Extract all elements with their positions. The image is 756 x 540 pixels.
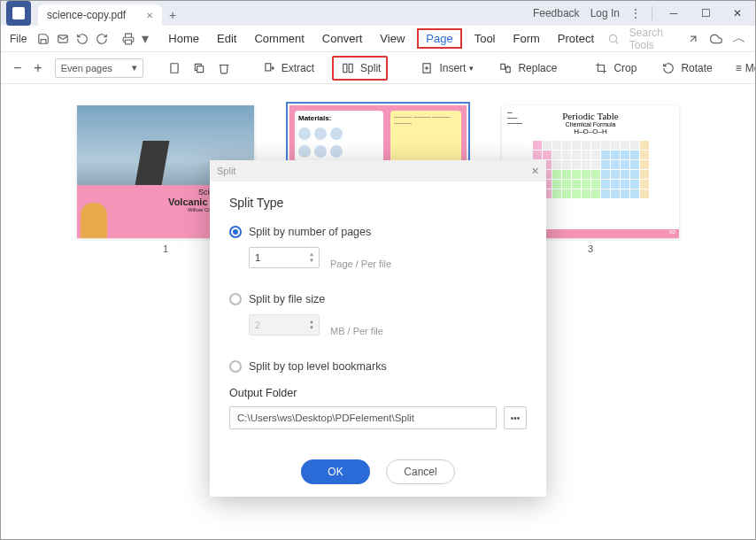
document-tab[interactable]: science-copy.pdf ✕ xyxy=(38,4,162,26)
pages-unit: Page / Per file xyxy=(330,258,391,269)
titlebar: science-copy.pdf ✕ + Feedback Log In ⋮ ─… xyxy=(1,1,755,26)
svg-point-2 xyxy=(609,35,616,42)
ok-button[interactable]: OK xyxy=(301,459,370,484)
menu-convert[interactable]: Convert xyxy=(317,30,368,47)
pages-count-value: 1 xyxy=(255,252,260,263)
tab-title: science-copy.pdf xyxy=(47,9,126,21)
radio-by-pages[interactable] xyxy=(229,226,242,238)
output-path-value: C:\Users\ws\Desktop\PDFelement\Split xyxy=(237,413,414,423)
toolbar: − + Even pages ▾ Extract Split Insert ▾ … xyxy=(1,52,755,84)
menu-comment[interactable]: Comment xyxy=(249,30,309,47)
size-unit: MB / Per file xyxy=(330,326,383,336)
radio-by-bookmarks[interactable] xyxy=(229,360,242,373)
replace-icon xyxy=(497,59,514,77)
split-icon xyxy=(339,59,357,77)
menu-tool[interactable]: Tool xyxy=(469,30,501,47)
split-type-heading: Split Type xyxy=(229,196,527,210)
svg-rect-1 xyxy=(126,40,132,44)
split-dialog: Split ✕ Split Type Split by number of pa… xyxy=(210,160,546,497)
print-dropdown-icon[interactable]: ▾ xyxy=(142,30,149,48)
svg-rect-7 xyxy=(343,64,347,72)
collapse-ribbon-icon[interactable]: ︿ xyxy=(732,30,746,48)
insert-button[interactable]: Insert ▾ xyxy=(413,56,479,81)
maximize-button[interactable]: ☐ xyxy=(695,4,716,23)
pages-count-input[interactable]: 1 ▲▼ xyxy=(249,247,320,268)
dialog-close-icon[interactable]: ✕ xyxy=(531,166,539,177)
browse-folder-button[interactable]: ••• xyxy=(504,406,527,429)
search-placeholder[interactable]: Search Tools xyxy=(629,27,678,51)
menu-page[interactable]: Page xyxy=(417,28,461,49)
more-icon: ≡ xyxy=(736,62,742,74)
svg-rect-12 xyxy=(501,64,505,69)
more-button[interactable]: ≡ More › xyxy=(730,58,756,78)
menu-protect[interactable]: Protect xyxy=(552,30,599,47)
crop-button[interactable]: Crop xyxy=(587,56,642,81)
search-icon[interactable] xyxy=(606,30,621,48)
copy-page-icon[interactable] xyxy=(193,59,205,77)
rotate-icon xyxy=(660,59,677,77)
page-filter-dropdown[interactable]: Even pages ▾ xyxy=(55,58,143,78)
radio-by-pages-label: Split by number of pages xyxy=(249,226,371,238)
file-menu[interactable]: File xyxy=(10,33,27,45)
zoom-out-icon[interactable]: − xyxy=(13,59,21,77)
dialog-title: Split xyxy=(217,166,235,176)
save-icon[interactable] xyxy=(37,30,50,48)
menu-form[interactable]: Form xyxy=(508,30,545,47)
app-logo xyxy=(6,1,31,26)
extract-label: Extract xyxy=(282,62,314,74)
radio-by-bookmarks-label: Split by top level bookmarks xyxy=(249,360,387,373)
share-icon[interactable] xyxy=(686,30,700,48)
divider xyxy=(652,6,652,20)
size-input: 2 ▲▼ xyxy=(249,314,320,336)
svg-rect-8 xyxy=(349,64,352,72)
login-link[interactable]: Log In xyxy=(590,7,620,19)
new-tab-button[interactable]: + xyxy=(162,8,183,22)
close-tab-icon[interactable]: ✕ xyxy=(146,11,153,20)
cloud-icon[interactable] xyxy=(709,30,723,48)
cancel-button[interactable]: Cancel xyxy=(386,459,455,484)
replace-button[interactable]: Replace xyxy=(491,56,562,81)
insert-label: Insert xyxy=(439,62,466,74)
menu-edit[interactable]: Edit xyxy=(212,30,242,47)
dialog-header[interactable]: Split ✕ xyxy=(210,160,546,181)
thumb3-sub: Chemical Formula xyxy=(507,121,674,127)
size-value: 2 xyxy=(255,320,260,330)
stepper-icon: ▲▼ xyxy=(306,317,317,333)
delete-page-icon[interactable] xyxy=(218,59,230,77)
svg-line-3 xyxy=(615,41,618,43)
crop-label: Crop xyxy=(613,62,636,74)
kebab-menu-icon[interactable]: ⋮ xyxy=(630,7,641,19)
output-folder-label: Output Folder xyxy=(229,387,527,399)
undo-icon[interactable] xyxy=(76,30,89,48)
rotate-button[interactable]: Rotate xyxy=(654,56,717,81)
extract-icon xyxy=(260,59,278,77)
svg-rect-13 xyxy=(506,66,511,72)
split-button[interactable]: Split xyxy=(332,56,388,81)
feedback-link[interactable]: Feedback xyxy=(533,7,580,19)
extract-button[interactable]: Extract xyxy=(255,56,320,81)
zoom-in-icon[interactable]: + xyxy=(34,59,42,77)
menu-view[interactable]: View xyxy=(374,30,410,47)
print-icon[interactable] xyxy=(122,30,135,48)
chevron-down-icon: ▾ xyxy=(469,64,474,73)
radio-by-size[interactable] xyxy=(229,293,242,305)
stepper-icon[interactable]: ▲▼ xyxy=(306,250,317,266)
insert-icon xyxy=(418,59,436,77)
redo-icon[interactable] xyxy=(96,30,108,48)
split-label: Split xyxy=(360,62,381,74)
menu-home[interactable]: Home xyxy=(163,30,204,47)
svg-rect-4 xyxy=(171,63,178,73)
rotate-label: Rotate xyxy=(681,62,712,74)
more-label: More xyxy=(745,62,756,74)
svg-rect-6 xyxy=(266,63,271,70)
mail-icon[interactable] xyxy=(57,30,69,48)
thumb2-box-title: Materials: xyxy=(298,114,331,122)
output-path-input[interactable]: C:\Users\ws\Desktop\PDFelement\Split xyxy=(229,406,497,429)
minimize-button[interactable]: ─ xyxy=(663,4,684,23)
thumb3-formula: H–O–O–H xyxy=(507,127,674,135)
page-box-icon[interactable] xyxy=(168,59,181,77)
crop-icon xyxy=(592,59,610,77)
close-window-button[interactable]: ✕ xyxy=(727,4,748,23)
thumb3-title: Periodic Table xyxy=(507,111,674,121)
menubar: File ▾ Home Edit Comment Convert View Pa… xyxy=(1,26,755,52)
